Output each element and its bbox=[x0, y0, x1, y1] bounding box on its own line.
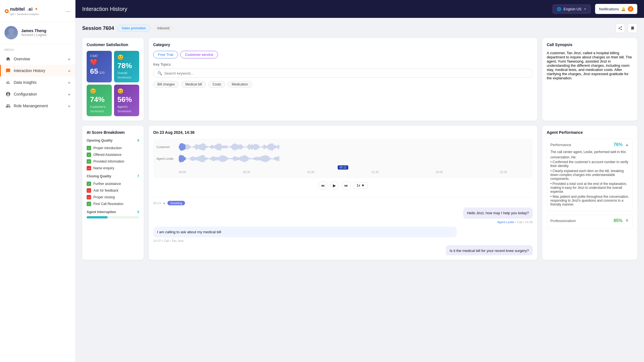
performance-pct: 76% bbox=[614, 142, 622, 147]
bell-icon: 🔔 bbox=[621, 7, 626, 11]
customer-waveform-row: Customer bbox=[157, 142, 529, 152]
keyword-search-input[interactable] bbox=[164, 71, 529, 75]
score-item-label: Ask for feedback bbox=[93, 189, 118, 192]
performance-header: Performance 76% ▲ bbox=[550, 142, 629, 147]
speed-selector[interactable]: 1x ▼ bbox=[354, 182, 368, 189]
check-icon: ✓ bbox=[87, 159, 91, 164]
bubble-wrapper-3: Is it the medical bill for your recent k… bbox=[153, 245, 533, 255]
home-icon bbox=[5, 56, 11, 62]
play-button[interactable]: ▶ bbox=[330, 181, 339, 190]
csat-title: Customer Satisfaction bbox=[87, 42, 139, 47]
sidebar-item-data-insights[interactable]: Data Insights ▶ bbox=[0, 77, 75, 88]
sidebar-item-interaction-history[interactable]: Interaction History ▶ bbox=[0, 65, 75, 77]
ai-score-title: AI Score Breakdown bbox=[87, 130, 139, 135]
score-item-name-enquiry: — Name enquiry bbox=[87, 165, 139, 172]
opening-quality-section: Opening Quality 9 bbox=[87, 139, 139, 142]
sidebar-item-overview[interactable]: Overview ▶ bbox=[0, 53, 75, 65]
performance-expand-button[interactable]: ▲ bbox=[625, 142, 629, 147]
sidebar-item-role-management-label: Role Manangement bbox=[14, 104, 48, 108]
audio-player-card: On 23 Aug 2024, 14:36 Customer Agent Les… bbox=[149, 126, 537, 260]
topic-medical-bill[interactable]: Medical bill bbox=[181, 81, 206, 88]
ai-score-card: AI Score Breakdown Opening Quality 9 ✓ P… bbox=[82, 126, 144, 260]
page-content: Session 7604 Sales promotion Inbound Cus… bbox=[75, 18, 644, 362]
svg-text:i: i bbox=[31, 7, 32, 11]
sidebar-item-overview-label: Overview bbox=[14, 57, 30, 61]
key-topics-label: Key Topics bbox=[153, 62, 533, 66]
svg-point-1 bbox=[6, 10, 8, 12]
sidebar-item-configuration[interactable]: Configuration ▶ bbox=[0, 88, 75, 100]
agent-bubble-2: Is it the medical bill for your recent k… bbox=[446, 245, 533, 255]
csat-sub: /100 bbox=[99, 71, 105, 74]
category-title: Category bbox=[153, 42, 533, 47]
language-selector[interactable]: 🌐 English US ▼ bbox=[553, 4, 591, 14]
professionalism-pct: 85% bbox=[614, 218, 622, 223]
topic-medication[interactable]: Medication bbox=[228, 81, 252, 88]
agent-waveform-row: Agent Leslie bbox=[157, 154, 529, 164]
topic-bill-charges[interactable]: Bill charges bbox=[153, 81, 179, 88]
skip-forward-button[interactable]: ⏭ bbox=[342, 181, 351, 190]
smile-icon: 😊 bbox=[117, 54, 136, 60]
svg-point-6 bbox=[35, 8, 37, 10]
avatar-image bbox=[6, 27, 17, 38]
skip-back-button[interactable]: ⏮ bbox=[318, 181, 327, 190]
closing-quality-label: Closing Quality bbox=[87, 174, 111, 178]
greeting-tag: Greeting bbox=[167, 201, 185, 205]
session-actions bbox=[615, 23, 637, 33]
svg-text:.: . bbox=[27, 7, 28, 11]
professionalism-expand-button[interactable]: ▼ bbox=[625, 218, 629, 223]
bubble-wrapper-2: I am calling to ask about my medical bil… bbox=[153, 227, 533, 243]
customer-satisfaction-card: Customer Satisfaction CSAT ❤️ 65 /100 😊 bbox=[82, 38, 144, 121]
session-header: Session 7604 Sales promotion Inbound bbox=[82, 23, 637, 33]
topic-costs[interactable]: Costs bbox=[208, 81, 225, 88]
interruption-bar-placeholder bbox=[87, 216, 139, 218]
interruption-bar-fill bbox=[87, 216, 108, 218]
professionalism-label: Professionalism bbox=[550, 219, 576, 223]
score-item-label: Proper closing bbox=[93, 195, 115, 199]
csat-value: 65 bbox=[90, 67, 98, 76]
notifications-button[interactable]: Notifications 🔔 2 bbox=[595, 4, 637, 14]
sidebar-item-role-management[interactable]: Role Manangement ▶ bbox=[0, 100, 75, 112]
chevron-down-icon-speed: ▼ bbox=[361, 184, 364, 187]
channel-2: Call bbox=[164, 239, 169, 242]
logo-sub: QM + Sentiment Analytics bbox=[10, 13, 39, 16]
bubble-wrapper-1: Hello Jinzi, how may I help you today? A… bbox=[153, 208, 533, 224]
topbar: Interaction History 🌐 English US ▼ Notif… bbox=[75, 0, 644, 18]
sidebar-item-data-insights-label: Data Insights bbox=[14, 80, 37, 85]
user-name: James Theng bbox=[21, 28, 46, 33]
minimize-button[interactable]: — bbox=[66, 8, 71, 14]
chevron-right-icon-ih: ▶ bbox=[68, 69, 71, 72]
topics-list: Bill charges Medical bill Costs Medicati… bbox=[153, 81, 533, 88]
session-tag-sales[interactable]: Sales promotion bbox=[117, 25, 150, 32]
sidebar-item-interaction-history-label: Interaction History bbox=[14, 68, 45, 73]
player-controls: ⏮ ▶ ⏭ 1x ▼ bbox=[153, 181, 533, 190]
overall-sentiment-box: 😊 78% Overall Sentiment bbox=[114, 51, 139, 82]
user-group-icon bbox=[5, 103, 11, 109]
timestamp-2: 14:37 bbox=[153, 239, 161, 242]
timeline-4: 02:00 bbox=[436, 171, 443, 174]
notifications-badge: 2 bbox=[628, 6, 633, 12]
x-icon: — bbox=[87, 195, 91, 199]
logout-link[interactable]: Logout bbox=[36, 33, 46, 37]
menu-label: Menu bbox=[0, 44, 75, 53]
share-button[interactable] bbox=[615, 23, 625, 33]
account-link[interactable]: Account bbox=[21, 33, 33, 37]
agent-interruption-section: Agent Interruption 5 bbox=[87, 210, 139, 214]
score-item-further-assistance: ✓ Further assistance bbox=[87, 180, 139, 187]
agent-bubble-1: Hello Jinzi, how may I help you today? bbox=[463, 208, 533, 219]
customer-sub: Sentiment bbox=[90, 109, 108, 113]
session-tag-inbound[interactable]: Inbound bbox=[153, 25, 173, 31]
agent-sentiment-box: 😊 56% Agent's Sentiment bbox=[114, 85, 139, 116]
timeline-2: 01:00 bbox=[307, 171, 314, 174]
tag-free-trial[interactable]: Free Trial bbox=[153, 51, 178, 58]
topbar-right: 🌐 English US ▼ Notifications 🔔 2 bbox=[553, 4, 637, 14]
check-icon: ✓ bbox=[87, 153, 91, 157]
sidebar: nubitel . a i QM + Sentiment Analytics —… bbox=[0, 0, 75, 362]
chevron-right-icon-di: ▶ bbox=[68, 81, 71, 84]
chat-icon bbox=[5, 68, 11, 73]
keyword-search-box: 🔍 bbox=[153, 69, 533, 78]
closing-quality-section: Closing Quality 7 bbox=[87, 174, 139, 178]
csat-score-box: CSAT ❤️ 65 /100 bbox=[87, 51, 112, 82]
bookmark-button[interactable] bbox=[628, 23, 637, 33]
score-item-proper-closing: — Proper closing bbox=[87, 194, 139, 201]
tag-customer-service[interactable]: Customer service bbox=[180, 51, 218, 58]
